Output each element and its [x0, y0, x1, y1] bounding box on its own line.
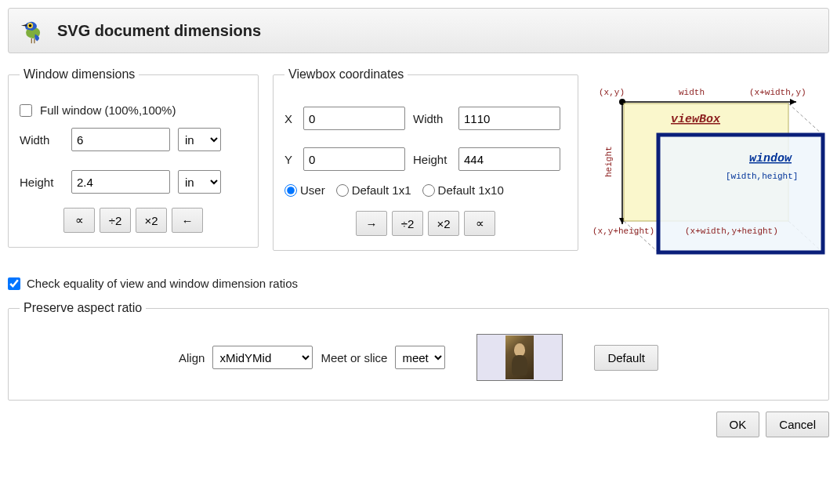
svg-text:height: height	[604, 146, 614, 177]
svg-text:(x+width,y): (x+width,y)	[749, 88, 806, 97]
dialog-title: SVG document dimensions	[57, 22, 261, 40]
radio-default1x10[interactable]	[422, 184, 435, 197]
radio-default1x10-label[interactable]: Default 1x10	[422, 183, 504, 197]
full-window-label[interactable]: Full window (100%,100%)	[40, 103, 176, 117]
svg-text:window: window	[749, 152, 792, 165]
vb-height-label: Height	[413, 153, 451, 166]
dialog-header: SVG document dimensions	[8, 8, 829, 53]
svg-line-16	[788, 103, 823, 135]
vb-proportional-button[interactable]: ∝	[464, 211, 495, 236]
bird-logo-icon	[20, 16, 48, 45]
to-window-button[interactable]: →	[356, 211, 387, 236]
window-dimensions-legend: Window dimensions	[20, 67, 139, 82]
svg-text:(x+width,y+height): (x+width,y+height)	[685, 227, 778, 236]
svg-point-2	[29, 24, 32, 27]
check-ratio-label[interactable]: Check equality of view and window dimens…	[27, 277, 298, 290]
window-dimensions-group: Window dimensions Full window (100%,100%…	[8, 67, 259, 248]
svg-text:viewBox: viewBox	[671, 113, 721, 126]
radio-user-label[interactable]: User	[284, 183, 325, 197]
half-button[interactable]: ÷2	[100, 208, 131, 233]
preserve-legend: Preserve aspect ratio	[20, 301, 146, 315]
proportional-button[interactable]: ∝	[63, 208, 95, 233]
svg-text:[width,height]: [width,height]	[726, 172, 798, 181]
vb-half-button[interactable]: ÷2	[392, 211, 423, 236]
viewbox-window-diagram: (x,y) width (x+width,y) height viewBox w…	[592, 67, 829, 266]
ok-button[interactable]: OK	[716, 412, 760, 437]
align-label: Align	[179, 351, 205, 364]
y-input[interactable]	[303, 147, 405, 171]
svg-marker-9	[790, 99, 796, 105]
svg-text:width: width	[679, 88, 705, 97]
x-input[interactable]	[303, 107, 405, 130]
height-input[interactable]	[71, 170, 170, 194]
height-unit-select[interactable]: incmmmpxpt%	[178, 170, 221, 194]
vb-width-input[interactable]	[458, 107, 560, 130]
svg-line-17	[624, 221, 658, 252]
viewbox-coordinates-group: Viewbox coordinates X Width Y Height Use…	[273, 67, 578, 251]
meet-select[interactable]: meetslice	[395, 346, 445, 369]
mona-lisa-icon	[505, 335, 534, 379]
align-select[interactable]: nonexMinYMinxMidYMinxMaxYMinxMinYMidxMid…	[212, 346, 313, 369]
from-viewbox-button[interactable]: ←	[172, 208, 203, 233]
vb-width-label: Width	[413, 112, 451, 125]
vb-height-input[interactable]	[458, 147, 560, 171]
radio-default1x1[interactable]	[336, 184, 349, 197]
check-ratio-checkbox[interactable]	[8, 277, 20, 290]
default-button[interactable]: Default	[594, 345, 658, 371]
height-label: Height	[20, 176, 63, 189]
radio-user[interactable]	[284, 184, 297, 197]
x-label: X	[284, 112, 295, 125]
vb-double-button[interactable]: ×2	[428, 211, 459, 236]
full-window-checkbox[interactable]	[20, 104, 32, 117]
preserve-aspect-ratio-group: Preserve aspect ratio Align nonexMinYMin…	[8, 301, 829, 401]
svg-text:(x,y+height): (x,y+height)	[592, 227, 654, 236]
aspect-preview	[476, 334, 563, 381]
svg-text:(x,y): (x,y)	[599, 88, 625, 97]
y-label: Y	[284, 153, 295, 166]
meet-label: Meet or slice	[321, 351, 387, 364]
width-label: Width	[20, 133, 63, 147]
width-unit-select[interactable]: incmmmpxpt%	[178, 128, 221, 151]
radio-default1x1-label[interactable]: Default 1x1	[336, 183, 411, 197]
cancel-button[interactable]: Cancel	[766, 412, 829, 437]
width-input[interactable]	[71, 128, 170, 151]
double-button[interactable]: ×2	[136, 208, 167, 233]
viewbox-legend: Viewbox coordinates	[284, 67, 408, 82]
